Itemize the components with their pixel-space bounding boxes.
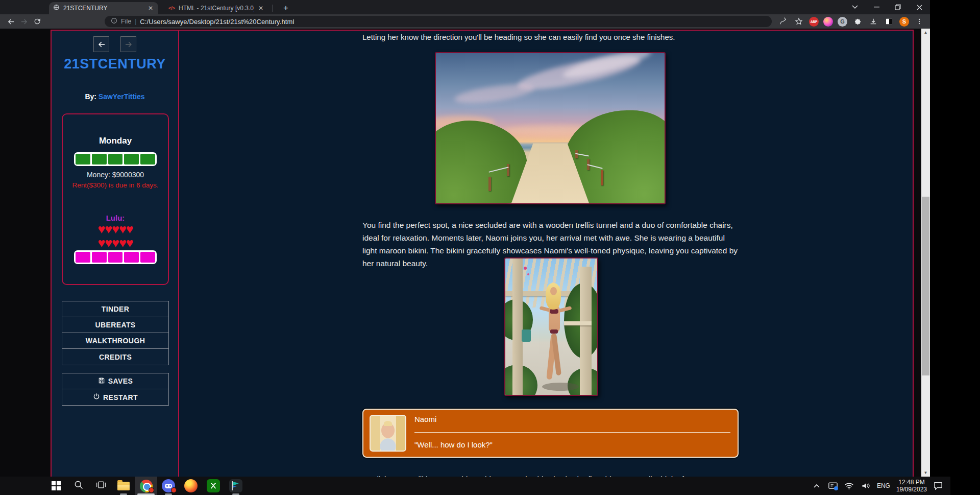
discord-button[interactable]	[157, 477, 180, 495]
restore-button[interactable]	[887, 0, 909, 14]
reload-button[interactable]	[31, 15, 44, 28]
adblock-extension-icon[interactable]: ABP	[809, 17, 819, 27]
pink-extension-icon[interactable]	[823, 17, 833, 27]
naomi-avatar	[370, 415, 406, 452]
file-explorer-button[interactable]	[112, 477, 135, 495]
task-view-button[interactable]	[90, 477, 112, 495]
tray-expand-chevron-icon[interactable]	[812, 480, 822, 491]
tab-bar: 21STCENTURY ✕ </> HTML - 21stCentury [v0…	[0, 0, 930, 14]
extensions-puzzle-icon[interactable]	[852, 16, 863, 27]
naomi-bikini-image	[504, 257, 598, 396]
start-button[interactable]	[45, 477, 67, 495]
windows-taskbar: ENG 12:48 PM 19/09/2023	[0, 477, 950, 495]
by-label: By:	[85, 92, 96, 101]
display-cast-icon[interactable]	[828, 480, 838, 491]
browser-menu-icon[interactable]	[914, 16, 925, 27]
profile-avatar[interactable]: S	[899, 17, 909, 27]
beach-image	[435, 52, 666, 204]
globe-icon	[53, 4, 60, 12]
forward-button[interactable]	[17, 15, 31, 28]
browser-toolbar: File | C:/Users/sawye/Desktop/21st/21st%…	[0, 14, 930, 29]
playnite-icon	[229, 479, 242, 492]
minimize-button[interactable]	[866, 0, 887, 14]
bar-segment	[76, 252, 90, 263]
back-button[interactable]	[4, 15, 17, 28]
scroll-down-arrow[interactable]: ▼	[921, 469, 930, 477]
address-url: C:/Users/sawye/Desktop/21st/21st%20Centu…	[140, 18, 294, 26]
playnite-button[interactable]	[225, 477, 247, 495]
bar-segment	[108, 252, 123, 263]
clock-date: 19/09/2023	[896, 486, 927, 493]
main-menu: TINDER UBEREATS WALKTHROUGH CREDITS	[62, 301, 169, 365]
g-extension-icon[interactable]: G	[838, 17, 847, 27]
close-window-button[interactable]	[909, 0, 930, 14]
bar-segment	[140, 252, 155, 263]
taskbar-search-button[interactable]	[67, 477, 90, 495]
scroll-up-arrow[interactable]: ▲	[921, 29, 930, 36]
browser-window: 21STCENTURY ✕ </> HTML - 21stCentury [v0…	[0, 0, 930, 477]
html-file-icon: </>	[168, 6, 175, 11]
xbox-button[interactable]	[202, 477, 225, 495]
floppy-save-icon	[98, 377, 105, 386]
tab-search-icon[interactable]	[844, 0, 866, 14]
menu-item-credits[interactable]: CREDITS	[62, 349, 168, 365]
dialog-divider	[414, 432, 730, 433]
bar-segment	[92, 252, 107, 263]
info-icon[interactable]	[111, 17, 117, 26]
taskbar-clock[interactable]: 12:48 PM 19/09/2023	[896, 479, 927, 493]
toolbar-icons: ABP G	[777, 16, 925, 27]
tab-21stcentury[interactable]: 21STCENTURY ✕	[49, 2, 158, 14]
saves-button[interactable]: SAVES	[62, 373, 168, 389]
bookmark-star-icon[interactable]	[793, 16, 804, 27]
teal-chair	[522, 329, 531, 342]
action-center-icon[interactable]	[933, 480, 943, 491]
tab-html-editor[interactable]: </> HTML - 21stCentury [v0.3.0] [Saw ✕	[164, 2, 268, 14]
downloads-icon[interactable]	[868, 16, 879, 27]
game-sidebar: 21STCENTURY By: SawYerTitties Monday Mon…	[52, 31, 179, 477]
screen: 21STCENTURY ✕ </> HTML - 21stCentury [v0…	[0, 0, 980, 495]
game-title: 21STCENTURY	[52, 56, 178, 72]
story-text: Letting her know the direction you'll be…	[362, 33, 740, 41]
windows-logo-icon	[52, 481, 61, 490]
menu-item-tinder[interactable]: TINDER	[62, 301, 168, 317]
tab-close-icon[interactable]: ✕	[147, 5, 154, 12]
saves-label: SAVES	[108, 377, 133, 385]
menu-item-walkthrough[interactable]: WALKTHROUGH	[62, 333, 168, 349]
author-link[interactable]: SawYerTitties	[99, 92, 145, 101]
bar-segment	[92, 154, 107, 164]
menu-item-ubereats[interactable]: UBEREATS	[62, 317, 168, 333]
system-menu: SAVES RESTART	[62, 373, 169, 406]
history-back-button[interactable]	[93, 36, 109, 52]
scheme-label: File	[121, 18, 131, 25]
new-tab-button[interactable]: +	[280, 3, 292, 14]
language-indicator[interactable]: ENG	[877, 482, 890, 489]
bar-segment	[108, 154, 123, 164]
dialog-quote: "Well... how do I look?"	[414, 440, 493, 449]
side-panel-icon[interactable]	[884, 16, 895, 27]
restart-label: RESTART	[103, 393, 138, 402]
system-tray: ENG 12:48 PM 19/09/2023	[812, 479, 950, 493]
discord-notification-badge	[171, 487, 177, 493]
bar-segment	[124, 252, 139, 263]
clock-time: 12:48 PM	[896, 479, 927, 486]
dialog-speaker-name: Naomi	[414, 415, 436, 423]
bar-segment	[124, 154, 139, 164]
address-bar[interactable]: File | C:/Users/sawye/Desktop/21st/21st%…	[105, 16, 772, 27]
search-icon	[74, 480, 84, 492]
hearts-row: ♥♥♥♥♥	[63, 222, 168, 235]
history-forward-button[interactable]	[120, 36, 136, 52]
page-scrollbar[interactable]: ▲ ▼	[921, 29, 930, 477]
restart-button[interactable]: RESTART	[62, 389, 168, 405]
chrome-button[interactable]	[135, 477, 157, 495]
tab-close-icon[interactable]: ✕	[257, 5, 264, 12]
wifi-icon[interactable]	[844, 480, 854, 491]
firefox-button[interactable]	[180, 477, 202, 495]
money-label: Money: $9000300	[63, 171, 168, 179]
tab-separator	[273, 5, 273, 12]
share-icon[interactable]	[777, 16, 789, 27]
bar-segment	[140, 154, 155, 164]
scrollbar-thumb[interactable]	[922, 197, 929, 375]
volume-icon[interactable]	[861, 480, 871, 491]
notification-dot	[834, 486, 838, 490]
file-explorer-icon	[117, 482, 130, 490]
